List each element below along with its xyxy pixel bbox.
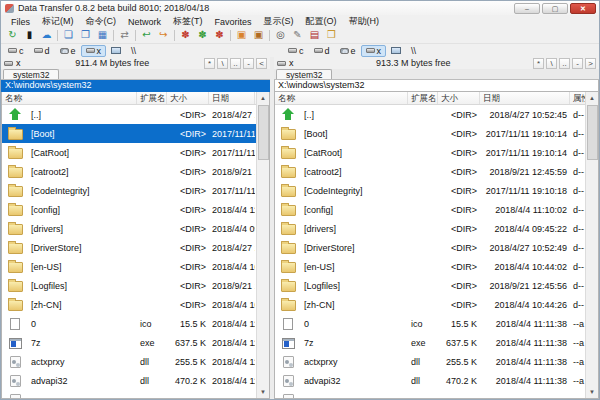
file-row[interactable]: [DriverStore]<DIR>2018/4/27 10:52:49 — [2, 238, 256, 257]
file-row[interactable]: [CatRoot]<DIR>2017/11/11 19:10:14d-- — [275, 143, 585, 162]
file-row[interactable]: [Logfiles]<DIR>2018/9/21 12:45:56 — [2, 276, 256, 295]
drive-button-network[interactable] — [106, 45, 126, 57]
file-row[interactable]: [Logfiles]<DIR>2018/9/21 12:45:56d-- — [275, 276, 585, 295]
scrollbar[interactable]: ▲ ▼ — [256, 92, 269, 398]
drive-button-c[interactable]: c — [283, 45, 309, 57]
column-header-ext[interactable]: 扩展名 — [137, 92, 167, 104]
menu-m[interactable]: 标记(M) — [36, 15, 80, 28]
pane-button-4[interactable]: > — [585, 58, 596, 69]
folder-go-icon[interactable]: ❒ — [323, 28, 340, 43]
file-row[interactable]: [catroot2]<DIR>2018/9/21 12:45:59 — [2, 162, 256, 181]
pane-button-4[interactable]: < — [256, 58, 267, 69]
scroll-down-button[interactable]: ▼ — [257, 386, 270, 398]
unpack-icon[interactable]: ▣ — [250, 28, 267, 43]
scroll-down-button[interactable]: ▼ — [586, 386, 599, 398]
file-row[interactable]: advapi32dll470.2 K2018/4/4 11:11:38--a — [275, 371, 585, 390]
drive-button-x[interactable]: x — [81, 45, 107, 57]
column-header-size[interactable]: 大小 — [438, 92, 480, 104]
file-row[interactable]: [en-US]<DIR>2018/4/4 10:44:02d-- — [275, 257, 585, 276]
current-path-bar[interactable]: X:\windows\system32 — [274, 80, 599, 92]
drive-button-e[interactable]: e — [55, 45, 81, 57]
tab-system32[interactable]: system32 — [276, 69, 332, 79]
file-row[interactable]: [en-US]<DIR>2018/4/4 10:44:02 — [2, 257, 256, 276]
drive-button-uncunc[interactable]: \\ — [406, 45, 421, 57]
brief-view-icon[interactable]: ❏ — [60, 28, 77, 43]
multi-rename-icon[interactable]: ✎ — [289, 28, 306, 43]
file-row[interactable]: actxprxydll255.5 K2018/4/4 11:11:38--a — [275, 352, 585, 371]
refresh-icon[interactable]: ↻ — [4, 28, 21, 43]
menu-files[interactable]: Files — [5, 17, 36, 27]
sync-dirs-icon[interactable]: ✽ — [177, 28, 194, 43]
file-row[interactable]: 0ico15.5 K2018/4/4 11:11:38 — [2, 314, 256, 333]
file-row[interactable]: [CatRoot]<DIR>2017/11/11 19:10:14 — [2, 143, 256, 162]
drive-selector[interactable]: x — [277, 58, 294, 68]
column-header-date[interactable]: 日期 — [480, 92, 570, 104]
drive-button-uncunc[interactable]: \\ — [126, 45, 141, 57]
maximize-button[interactable]: ▢ — [542, 3, 568, 14]
file-row[interactable] — [275, 390, 585, 398]
scroll-up-button[interactable]: ▲ — [257, 92, 270, 104]
quick-view-icon[interactable]: ▦ — [94, 28, 111, 43]
file-row[interactable]: [DriverStore]<DIR>2018/4/27 10:52:49d-- — [275, 238, 585, 257]
file-row[interactable]: [Boot]<DIR>2017/11/11 19:10:14 — [2, 124, 256, 143]
column-header-name[interactable]: 名称 — [2, 92, 137, 104]
menu-o[interactable]: 配置(O) — [300, 15, 343, 28]
drive-button-e[interactable]: e — [335, 45, 361, 57]
pack-icon[interactable]: ▣ — [233, 28, 250, 43]
forward-icon[interactable]: ↪ — [155, 28, 172, 43]
file-row[interactable]: [zh-CN]<DIR>2018/4/4 10:44:26d-- — [275, 295, 585, 314]
file-row[interactable]: 0ico15.5 K2018/4/4 11:11:38--a — [275, 314, 585, 333]
tab-system32[interactable]: system32 — [3, 69, 59, 79]
file-row[interactable]: [config]<DIR>2018/4/4 11:10:02d-- — [275, 200, 585, 219]
file-row[interactable]: 7zexe637.5 K2018/4/4 11:11:38 — [2, 333, 256, 352]
menu-h[interactable]: 帮助(H) — [343, 15, 386, 28]
search-icon[interactable]: ◎ — [272, 28, 289, 43]
menu-c[interactable]: 命令(C) — [80, 15, 123, 28]
compare-dirs-icon[interactable]: ✽ — [194, 28, 211, 43]
file-row[interactable]: actxprxydll255.5 K2018/4/4 11:11:38 — [2, 352, 256, 371]
column-header-name[interactable]: 名称 — [275, 92, 408, 104]
file-row[interactable]: advapi32dll470.2 K2018/4/4 11:11:38 — [2, 371, 256, 390]
drive-button-d[interactable]: d — [29, 45, 55, 57]
swap-panes-icon[interactable]: ⇄ — [116, 28, 133, 43]
menu-network[interactable]: Network — [122, 17, 167, 27]
column-header-ext[interactable]: 扩展名 — [408, 92, 438, 104]
drive-button-x[interactable]: x — [361, 45, 387, 57]
menu-favorites[interactable]: Favorites — [209, 17, 258, 27]
pane-button-0[interactable]: * — [204, 58, 215, 69]
pane-button-3[interactable]: - — [572, 58, 583, 69]
current-path-bar[interactable]: X:\windows\system32 — [1, 80, 270, 92]
scrollbar-thumb[interactable] — [587, 105, 598, 160]
scrollbar-thumb[interactable] — [258, 105, 269, 160]
menu-t[interactable]: 标签(T) — [167, 15, 209, 28]
terminal-icon[interactable]: ▮ — [21, 28, 38, 43]
drive-selector[interactable]: x — [4, 58, 21, 68]
pane-button-2[interactable]: .. — [559, 58, 570, 69]
file-row[interactable]: [drivers]<DIR>2018/4/4 09:45:22 — [2, 219, 256, 238]
drive-button-c[interactable]: c — [3, 45, 29, 57]
file-row[interactable]: [..]<DIR>2018/4/27 10:52:45 — [2, 105, 256, 124]
pane-button-1[interactable]: \ — [546, 58, 557, 69]
column-header-size[interactable]: 大小 — [167, 92, 209, 104]
close-button[interactable]: ✕ — [570, 3, 596, 14]
pane-button-1[interactable]: \ — [217, 58, 228, 69]
column-header-attr[interactable]: 属性 — [570, 92, 585, 104]
menu-s[interactable]: 显示(S) — [258, 15, 300, 28]
help-book-icon[interactable]: ▤ — [306, 28, 323, 43]
file-row[interactable]: [CodeIntegrity]<DIR>2017/11/11 19:10:18 — [2, 181, 256, 200]
pane-button-2[interactable]: .. — [230, 58, 241, 69]
scroll-up-button[interactable]: ▲ — [586, 92, 599, 104]
verify-icon[interactable]: ✽ — [211, 28, 228, 43]
file-row[interactable]: [Boot]<DIR>2017/11/11 19:10:14d-- — [275, 124, 585, 143]
file-row[interactable]: [drivers]<DIR>2018/4/4 09:45:22d-- — [275, 219, 585, 238]
file-row[interactable]: [catroot2]<DIR>2018/9/21 12:45:59d-- — [275, 162, 585, 181]
pane-button-3[interactable]: - — [243, 58, 254, 69]
ftp-connect-icon[interactable]: ☁ — [38, 28, 55, 43]
file-row[interactable]: [..]<DIR>2018/4/27 10:52:45d-- — [275, 105, 585, 124]
scrollbar[interactable]: ▲ ▼ — [585, 92, 598, 398]
drive-button-d[interactable]: d — [309, 45, 335, 57]
minimize-button[interactable]: – — [514, 3, 540, 14]
back-icon[interactable]: ↩ — [138, 28, 155, 43]
file-row[interactable] — [2, 390, 256, 398]
column-header-date[interactable]: 日期 — [209, 92, 255, 104]
